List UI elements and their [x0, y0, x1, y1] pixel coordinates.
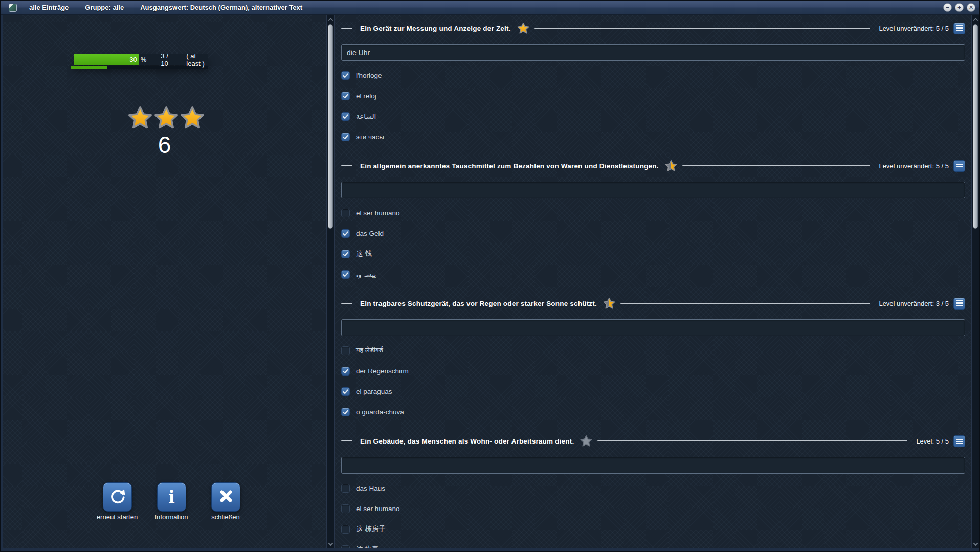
answer-input[interactable] — [341, 319, 965, 336]
right-scrollbar — [971, 15, 979, 548]
menu-item-all-entries[interactable]: alle Einträge — [29, 4, 69, 11]
details-list-icon[interactable] — [953, 160, 965, 172]
option-checkbox[interactable] — [341, 387, 350, 396]
option-row: 这 钱 — [341, 244, 965, 264]
level-star-icon — [665, 160, 677, 172]
option-checkbox[interactable] — [341, 92, 350, 100]
level-star-icon — [517, 22, 529, 34]
option-row: यह लेडीबर्ड — [341, 340, 965, 361]
option-label: el paraguas — [356, 388, 392, 395]
option-checkbox[interactable] — [341, 408, 350, 416]
option-row: el ser humano — [341, 203, 965, 223]
option-checkbox[interactable] — [341, 484, 350, 493]
scroll-down-arrow[interactable] — [327, 540, 334, 548]
star-icon — [128, 105, 152, 132]
option-checkbox[interactable] — [341, 545, 350, 549]
header-rule — [534, 28, 871, 29]
option-row: der Regenschirm — [341, 361, 965, 381]
close-window-button[interactable]: ✕ — [967, 3, 975, 12]
header-rule — [620, 303, 870, 304]
information-button[interactable]: i — [157, 482, 186, 512]
options-list: el ser humano das Geld 这 钱 پیسہ وہ — [341, 203, 965, 284]
progress-track: 30 % 3 / 10 ( at least ) — [74, 54, 208, 65]
option-row: el paraguas — [341, 381, 965, 402]
option-row: پیسہ وہ — [341, 264, 965, 284]
option-row: das Haus — [341, 478, 965, 498]
option-checkbox[interactable] — [341, 525, 350, 534]
scrollbar-thumb[interactable] — [328, 24, 333, 229]
option-label: el ser humano — [356, 209, 400, 217]
options-list: यह लेडीबर्ड der Regenschirm el paraguas … — [341, 340, 965, 422]
option-checkbox[interactable] — [341, 346, 350, 355]
option-row: эти часы — [341, 126, 965, 147]
answer-input[interactable] — [341, 457, 965, 474]
info-icon: i — [168, 489, 175, 505]
question-prompt: Ein Gerät zur Messung und Anzeige der Ze… — [360, 25, 511, 32]
option-label: el ser humano — [356, 505, 400, 513]
option-label: الساعة — [356, 112, 376, 120]
options-list: l'horloge el reloj الساعة эти часы — [341, 65, 965, 147]
question-header: Ein Gerät zur Messung und Anzeige der Ze… — [341, 23, 965, 34]
results-panel: 30 % 3 / 10 ( at least ) 6 — [3, 15, 326, 548]
option-label: o guarda-chuva — [356, 408, 404, 416]
level-star-icon — [580, 435, 592, 447]
option-checkbox[interactable] — [341, 270, 350, 279]
options-list: das Haus el ser humano 这 栋房子 这 块表 — [341, 478, 965, 548]
option-label: 这 栋房子 — [356, 524, 386, 534]
menu-bar: alle Einträge Gruppe: alle Ausgangswert:… — [29, 4, 302, 11]
option-checkbox[interactable] — [341, 112, 350, 121]
left-scrollbar — [326, 15, 335, 548]
details-list-icon[interactable] — [953, 298, 965, 310]
option-row: el ser humano — [341, 498, 965, 519]
option-row: l'horloge — [341, 65, 965, 85]
quiz-panel: Ein Gerät zur Messung und Anzeige der Ze… — [335, 15, 971, 548]
maximize-button[interactable]: + — [955, 3, 964, 12]
option-checkbox[interactable] — [341, 71, 350, 80]
option-label: der Regenschirm — [356, 367, 409, 375]
scroll-up-arrow[interactable] — [327, 15, 334, 24]
header-dash — [341, 440, 352, 441]
minimize-button[interactable]: − — [943, 3, 952, 12]
close-button[interactable] — [211, 482, 240, 512]
option-checkbox[interactable] — [341, 504, 350, 513]
app-window: alle Einträge Gruppe: alle Ausgangswert:… — [0, 0, 980, 552]
option-label: das Geld — [356, 230, 384, 237]
question-prompt: Ein allgemein anerkanntes Tauschmittel z… — [360, 162, 659, 170]
option-row: el reloj — [341, 85, 965, 106]
option-row: das Geld — [341, 223, 965, 244]
app-icon — [9, 4, 17, 12]
scrollbar-thumb[interactable] — [973, 24, 978, 229]
level-text: Level: 5 / 5 — [916, 437, 949, 445]
level-star-icon — [603, 297, 615, 310]
answer-input[interactable] — [341, 44, 965, 61]
scroll-down-arrow[interactable] — [972, 540, 979, 548]
titlebar: alle Einträge Gruppe: alle Ausgangswert:… — [1, 1, 979, 15]
option-checkbox[interactable] — [341, 209, 350, 217]
level-text: Level unverändert: 5 / 5 — [879, 162, 949, 170]
option-checkbox[interactable] — [341, 367, 350, 376]
option-checkbox[interactable] — [341, 133, 350, 141]
score-value: 6 — [3, 131, 326, 159]
option-label: 这 钱 — [356, 249, 372, 258]
star-icon — [180, 105, 205, 132]
header-dash — [341, 165, 352, 166]
details-list-icon[interactable] — [953, 435, 965, 447]
option-row: o guarda-chuva — [341, 402, 965, 422]
option-checkbox[interactable] — [341, 229, 350, 238]
option-label: das Haus — [356, 484, 385, 492]
option-label: эти часы — [356, 133, 384, 141]
question-header: Ein tragbares Schutzgerät, das vor Regen… — [341, 298, 965, 309]
option-checkbox[interactable] — [341, 250, 350, 258]
star-icon — [154, 105, 179, 132]
restart-button[interactable] — [103, 482, 132, 512]
close-icon — [217, 487, 235, 507]
scroll-up-arrow[interactable] — [972, 15, 979, 24]
menu-item-source-language[interactable]: Ausgangswert: Deutsch (German), alternat… — [140, 4, 302, 11]
menu-item-group[interactable]: Gruppe: alle — [85, 4, 124, 11]
question-header: Ein Gebäude, das Menschen als Wohn- oder… — [341, 435, 965, 447]
option-row: 这 块表 — [341, 539, 965, 548]
header-dash — [341, 28, 352, 29]
details-list-icon[interactable] — [953, 23, 965, 34]
answer-input[interactable] — [341, 182, 965, 198]
option-label: यह लेडीबर्ड — [356, 346, 383, 355]
